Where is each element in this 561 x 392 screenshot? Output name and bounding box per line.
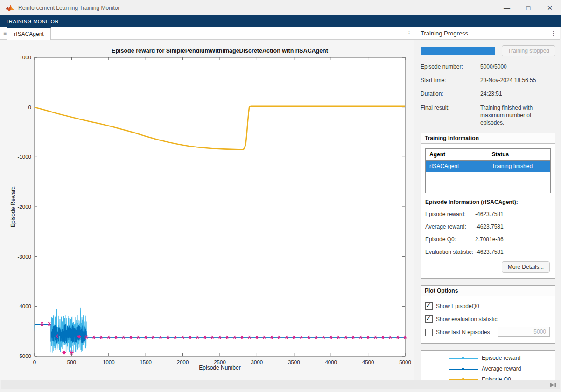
app-window: Reinforcement Learning Training Monitor … [0, 0, 561, 392]
show-last-n-episodes-option: Show last N episodes [425, 329, 551, 336]
field-label: Average reward: [425, 224, 475, 230]
table-row[interactable]: rISACAgent Training finished [426, 161, 550, 172]
show-episodeq0-option: Show EpisodeQ0 [425, 302, 551, 310]
y-axis-label: Episode Reward [10, 186, 16, 227]
field-value: 5000/5000 [480, 63, 552, 70]
skip-to-end-icon[interactable] [550, 382, 556, 388]
field-label: Final result: [421, 104, 480, 127]
plot-options-panel: Plot Options Show EpisodeQ0 Show evaluat… [421, 285, 555, 344]
field-value: -4623.7581 [475, 249, 504, 255]
x-tick-label: 0 [33, 359, 36, 365]
legend-average-reward: Average reward [421, 365, 555, 373]
x-tick-label: 3500 [288, 359, 300, 365]
training-stopped-button[interactable]: Training stopped [502, 45, 555, 56]
column-header-agent[interactable]: Agent [426, 149, 488, 161]
final-result-row: Final result: Training finished with max… [421, 104, 555, 127]
duration-row: Duration: 24:23:51 [421, 90, 555, 98]
field-value: Training finished with maximum number of… [480, 104, 552, 127]
episode-reward-line-icon [449, 358, 478, 359]
field-label: Episode Q0: [425, 236, 475, 243]
field-label: Evaluation statistic: [425, 249, 475, 255]
plot-options-header: Plot Options [421, 286, 555, 296]
field-label: Episode reward: [425, 211, 475, 217]
field-value: -4623.7581 [475, 211, 504, 217]
x-tick-label: 1000 [103, 359, 115, 365]
field-value: 23-Nov-2024 18:56:55 [480, 77, 552, 84]
maximize-button[interactable]: □ [518, 0, 539, 15]
x-tick-label: 500 [67, 359, 76, 365]
field-value: 2.7081e-36 [475, 236, 504, 243]
x-tick-label: 3000 [251, 359, 263, 365]
x-tick-label: 4500 [362, 359, 374, 365]
chart-legend: Episode reward Average reward Episode Q0 [421, 350, 555, 380]
episode-information-title: Episode Information (rISACAgent): [425, 199, 551, 205]
tab-risacagent[interactable]: rISACAgent [7, 27, 51, 40]
y-tick-label: -1000 [18, 154, 31, 160]
checkbox-label: Show EpisodeQ0 [436, 303, 479, 309]
column-header-status[interactable]: Status [488, 149, 551, 161]
field-value: 24:23:51 [480, 90, 552, 98]
training-progress-bar [421, 47, 495, 55]
episode-number-row: Episode number: 5000/5000 [421, 63, 555, 70]
legend-episode-reward: Episode reward [421, 355, 555, 362]
agent-cell: rISACAgent [426, 161, 488, 172]
chart-title: Episode reward for SimplePendlumWithImag… [112, 48, 329, 54]
tab-bar: ≡ rISACAgent ⋮ [0, 27, 414, 40]
checkbox-label: Show last N episodes [436, 329, 490, 336]
x-axis-label: Episode Number [199, 364, 240, 371]
y-tick-label: -5000 [18, 353, 31, 359]
tab-overflow-icon[interactable]: ⋮ [406, 29, 412, 36]
training-progress-overflow-icon[interactable]: ⋮ [550, 30, 556, 37]
y-tick-label: -3000 [18, 254, 31, 259]
show-evaluation-statistic-option: Show evaluation statistic [425, 315, 551, 323]
agent-status-table: Agent Status rISACAgent Training finishe… [425, 148, 551, 193]
legend-label: Average reward [482, 365, 521, 373]
tab-grip-icon[interactable]: ≡ [3, 30, 7, 36]
y-tick-label: 0 [28, 105, 31, 110]
legend-label: Episode reward [482, 355, 520, 362]
show-evaluation-statistic-checkbox[interactable] [425, 315, 433, 323]
last-n-episodes-input[interactable] [498, 327, 550, 337]
x-tick-label: 2000 [177, 359, 189, 365]
y-tick-label: -2000 [18, 204, 31, 210]
training-information-panel: Training Information Agent Status rISACA… [421, 133, 555, 279]
field-label: Episode number: [421, 63, 480, 70]
window-title: Reinforcement Learning Training Monitor [18, 5, 119, 11]
evaluation-statistic-row: Evaluation statistic: -4623.7581 [425, 249, 551, 255]
matlab-logo-icon [5, 4, 14, 12]
y-tick-label: -4000 [18, 303, 31, 309]
field-label: Duration: [421, 90, 480, 98]
training-information-header: Training Information [421, 133, 555, 144]
episode-reward-chart: 10000-1000-2000-3000-4000-50000500100015… [0, 40, 414, 380]
ribbon-label: TRAINING MONITOR [6, 19, 59, 24]
minimize-button[interactable]: — [496, 0, 518, 15]
title-bar: Reinforcement Learning Training Monitor … [0, 0, 561, 15]
x-tick-label: 1500 [140, 359, 152, 365]
figure-region: ≡ rISACAgent ⋮ 10000-1000-2000-3000-4000… [0, 27, 414, 380]
episode-reward-row: Episode reward: -4623.7581 [425, 211, 551, 217]
average-reward-row: Average reward: -4623.7581 [425, 224, 551, 230]
more-details-button[interactable]: More Details... [502, 261, 550, 273]
ribbon-training-monitor: TRAINING MONITOR [0, 15, 561, 27]
close-button[interactable]: × [539, 0, 561, 15]
x-tick-label: 4000 [325, 359, 337, 365]
plot-area [35, 57, 405, 356]
legend-episode-q0: Episode Q0 [421, 376, 555, 380]
table-header-row: Agent Status [426, 149, 550, 161]
field-label: Start time: [421, 77, 480, 84]
average-reward-line-icon [449, 369, 478, 370]
x-tick-label: 5000 [399, 359, 411, 365]
start-time-row: Start time: 23-Nov-2024 18:56:55 [421, 77, 555, 84]
show-last-n-episodes-checkbox[interactable] [425, 329, 433, 336]
checkbox-label: Show evaluation statistic [436, 316, 497, 322]
training-progress-header: Training Progress ⋮ [414, 27, 560, 40]
y-tick-label: 1000 [19, 55, 31, 60]
status-cell: Training finished [488, 161, 551, 172]
field-value: -4623.7581 [475, 224, 504, 230]
legend-label: Episode Q0 [482, 376, 511, 380]
status-bar [1, 380, 560, 389]
tab-label: rISACAgent [14, 31, 43, 37]
episode-q0-row: Episode Q0: 2.7081e-36 [425, 236, 551, 243]
training-progress-title: Training Progress [421, 30, 468, 37]
show-episodeq0-checkbox[interactable] [425, 302, 433, 310]
